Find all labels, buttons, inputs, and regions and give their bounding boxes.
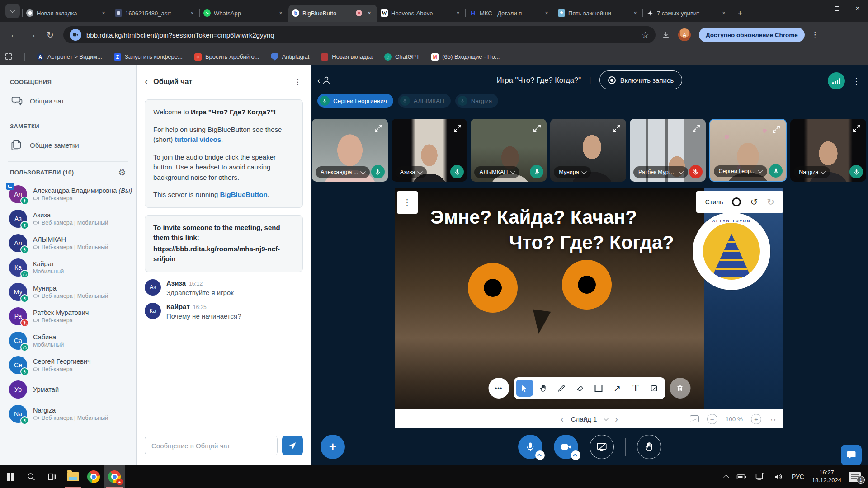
address-bar[interactable]: bbb.rdita.kg/html5client/join?sessionTok… [63, 26, 656, 43]
close-tab-icon[interactable]: × [542, 9, 551, 17]
chat-options-kebab-icon[interactable]: ⋮ [294, 77, 302, 87]
next-slide-button[interactable]: › [615, 414, 618, 424]
browser-tab[interactable]: H МКС - Детали п × [466, 5, 554, 22]
talking-indicator-active[interactable]: Сергей Георгиевич [317, 94, 393, 108]
task-view-button[interactable] [42, 465, 62, 488]
bookmark-item[interactable]: AАстронет > Видим... [37, 53, 102, 61]
feedback-chat-bubble-button[interactable] [841, 445, 862, 465]
fit-to-screen-icon[interactable] [690, 415, 699, 422]
user-list-item[interactable]: Се Сергей Георгиевич Веб-камера [7, 353, 129, 377]
chevron-down-icon[interactable] [604, 416, 609, 421]
style-label[interactable]: Стиль [705, 198, 723, 206]
taskbar-search-button[interactable] [21, 465, 42, 488]
zoom-in-button[interactable]: + [751, 414, 761, 424]
fullscreen-icon[interactable] [689, 122, 703, 135]
webcam-tile[interactable]: Ратбек Мура... [630, 119, 706, 182]
language-indicator[interactable]: РУС [792, 473, 804, 480]
user-list-item[interactable]: Ка Кайрат Мобильный [7, 255, 129, 280]
slide-label[interactable]: Слайд 1 [571, 415, 597, 423]
apps-grid-icon[interactable] [5, 53, 13, 61]
webcam-tile[interactable]: Nargiza [790, 119, 866, 182]
pencil-tool[interactable] [553, 380, 570, 397]
start-button[interactable] [0, 465, 21, 488]
user-list-item[interactable]: Ал Александра Владимировна (Вы) Веб-каме… [7, 182, 129, 206]
speaker-icon[interactable] [773, 471, 784, 482]
tab-search-chevron-button[interactable] [5, 4, 20, 18]
bookmark-item[interactable]: ◌ChatGPT [384, 53, 420, 61]
window-minimize-button[interactable] [806, 0, 826, 17]
close-tab-icon[interactable]: × [188, 9, 196, 17]
fullscreen-icon[interactable] [769, 122, 783, 136]
slide-canvas[interactable]: Эмне? Кайда? Качан? Что? Где? Когда? ALT… [395, 188, 783, 409]
audio-options-chevron[interactable] [535, 450, 545, 460]
eraser-tool[interactable] [571, 380, 589, 397]
network-icon[interactable] [755, 471, 765, 482]
close-tab-icon[interactable]: × [720, 9, 728, 17]
battery-icon[interactable] [736, 471, 747, 482]
chrome-taskbar-button[interactable] [83, 465, 104, 488]
fullscreen-icon[interactable] [530, 122, 544, 135]
fullscreen-icon[interactable] [372, 122, 385, 135]
bookmark-item[interactable]: ZЗапустить конфере... [114, 53, 183, 61]
presentation-options-kebab-icon[interactable]: ⋮ [397, 191, 418, 214]
chat-message-input[interactable] [145, 436, 278, 455]
user-list-item[interactable]: Ур Урматай [7, 377, 129, 402]
user-list-item[interactable]: Аз Азиза Веб-камера | Мобильный [7, 206, 129, 231]
meeting-options-kebab-icon[interactable]: ⋮ [852, 76, 861, 86]
text-tool[interactable]: T [627, 380, 644, 397]
browser-tab[interactable]: 7 самых удивит × [643, 5, 731, 22]
start-recording-button[interactable]: Включить запись [599, 70, 683, 89]
pan-tool[interactable] [534, 380, 552, 397]
webcam-name-dropdown[interactable]: Nargiza [794, 166, 830, 178]
user-list-item[interactable]: Na Nargiza Веб-камера | Мобильный [7, 402, 129, 426]
send-message-button[interactable] [282, 436, 303, 455]
delete-annotations-button[interactable] [670, 378, 690, 399]
forward-button[interactable]: → [24, 27, 40, 42]
sidebar-item-public-chat[interactable]: Общий чат [7, 90, 129, 112]
window-maximize-button[interactable] [826, 0, 847, 17]
webcam-name-dropdown[interactable]: Сергей Геор... [714, 165, 768, 177]
zoom-out-button[interactable]: − [707, 414, 717, 424]
back-button[interactable]: ← [6, 27, 22, 42]
collapse-chat-icon[interactable]: ‹ [145, 76, 148, 88]
sticky-note-tool[interactable] [646, 380, 663, 397]
webcam-tile[interactable]: Александра ... [312, 119, 388, 182]
reload-button[interactable]: ↻ [42, 27, 58, 42]
webcam-name-dropdown[interactable]: Александра ... [316, 166, 370, 178]
chrome-update-chip[interactable]: Доступно обновление Chrome [699, 28, 805, 42]
manage-users-gear-icon[interactable]: ⚙ [118, 167, 126, 178]
browser-tab[interactable]: Новая вкладка × [23, 5, 111, 22]
browser-tab[interactable]: * Пять важнейши × [554, 5, 643, 22]
bookmark-item[interactable]: Новая вкладка [321, 53, 373, 61]
rectangle-tool[interactable] [590, 380, 607, 397]
mute-microphone-button[interactable] [518, 435, 542, 459]
previous-slide-button[interactable]: ‹ [561, 414, 564, 424]
window-close-button[interactable]: × [847, 0, 868, 17]
bookmark-item[interactable]: Antiplagiat [271, 53, 310, 61]
user-list-item[interactable]: Ра Ратбек Муратович Веб-камера [7, 304, 129, 328]
color-ring-icon[interactable] [732, 197, 741, 206]
connection-status-icon[interactable] [828, 72, 845, 89]
profile-avatar[interactable]: А [678, 28, 691, 41]
user-list-item[interactable]: Му Мунира Веб-камера | Мобильный [7, 280, 129, 304]
close-tab-icon[interactable]: × [99, 9, 108, 17]
close-tab-icon[interactable]: × [365, 9, 373, 17]
tray-expand-chevron-icon[interactable] [723, 474, 729, 480]
bookmark-item[interactable]: M(65) Входящие - По... [431, 53, 500, 61]
user-list-item[interactable]: Са Сабина Мобильный [7, 328, 129, 353]
close-tab-icon[interactable]: × [277, 9, 285, 17]
arrow-tool[interactable]: ↗ [609, 380, 626, 397]
sidebar-item-shared-notes[interactable]: Общие заметки [7, 134, 129, 156]
fullscreen-icon[interactable] [451, 122, 464, 135]
webcam-tile-active-speaker[interactable]: Сергей Геор... [709, 119, 787, 182]
browser-menu-kebab-icon[interactable]: ⋮ [811, 30, 820, 40]
browser-tab[interactable]: 1606215480_asrt × [111, 5, 200, 22]
user-list-item[interactable]: Ал АЛЫМКАН Веб-камера | Мобильный [7, 231, 129, 255]
webcam-tile[interactable]: Азиза [392, 119, 467, 182]
select-tool[interactable] [516, 380, 533, 397]
screen-share-button[interactable] [590, 435, 614, 459]
raise-hand-button[interactable] [637, 435, 661, 459]
undo-icon[interactable]: ↺ [750, 197, 758, 207]
redo-icon[interactable]: ↻ [767, 197, 774, 207]
bigbluebutton-link[interactable]: BigBlueButton [220, 191, 268, 198]
